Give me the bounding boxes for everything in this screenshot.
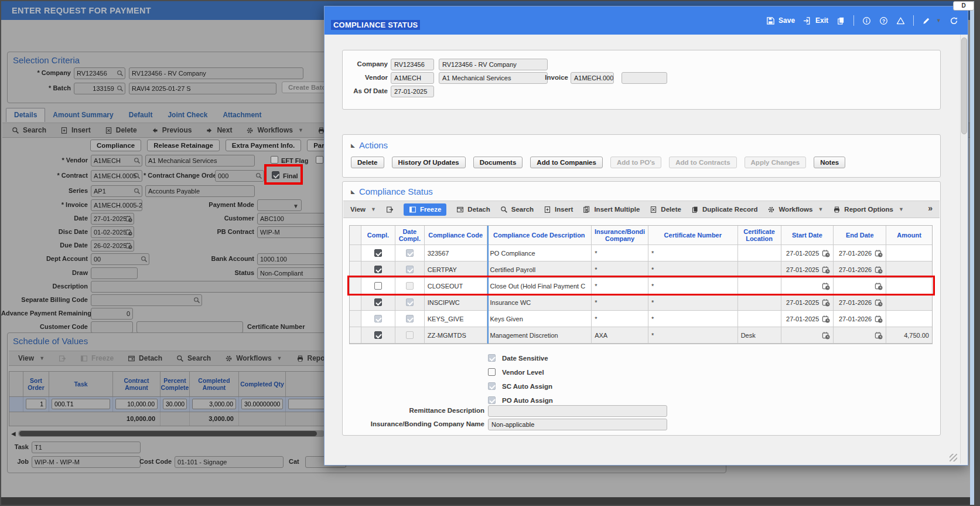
- contract-change-order-input[interactable]: 000: [215, 170, 264, 182]
- grid-header-certificate-location[interactable]: Certificate Location: [738, 226, 781, 244]
- compliance-code-cell[interactable]: CERTPAY: [425, 262, 487, 277]
- toolbar-item-refresh[interactable]: [950, 16, 958, 25]
- toolbar-item-view[interactable]: View▼: [18, 354, 45, 362]
- description-input[interactable]: [91, 281, 325, 293]
- eft-flag-checkbox[interactable]: [271, 156, 278, 164]
- button-add-to-companies[interactable]: Add to Companies: [530, 157, 603, 168]
- company-input[interactable]: RV123456: [74, 67, 125, 79]
- button-history-of-updates[interactable]: History Of Updates: [392, 157, 466, 168]
- toolbar-item-insert-multiple[interactable]: Insert Multiple: [583, 206, 640, 213]
- row-handle[interactable]: [350, 327, 361, 343]
- start-date-cell[interactable]: 27-01-2025: [781, 245, 834, 261]
- certificate-location-cell[interactable]: [738, 245, 781, 261]
- certificate-number-cell[interactable]: *: [648, 294, 738, 310]
- sov-contract-amount-cell[interactable]: 10,000.00: [115, 399, 158, 409]
- grid-row-zz-mgmtds[interactable]: ZZ-MGMTDSManagement DiscretionAXA*Desk4,…: [350, 327, 932, 344]
- grid-header-start-date[interactable]: Start Date: [781, 226, 834, 244]
- amount-cell[interactable]: [886, 294, 932, 310]
- tab-amount-summary[interactable]: Amount Summary: [45, 108, 121, 122]
- dialog-vertical-scrollbar[interactable]: [960, 35, 968, 464]
- grid-header-certificate-number[interactable]: Certificate Number: [648, 226, 738, 244]
- insurance-bonding-company-cell[interactable]: *: [592, 245, 648, 261]
- toolbar-item-search[interactable]: Search: [12, 126, 46, 134]
- disc-date-input[interactable]: 01-02-2025: [91, 226, 134, 238]
- grid-header-compliance-code-description[interactable]: Compliance Code Description: [487, 226, 592, 244]
- toolbar-item-previous[interactable]: Previous: [151, 126, 192, 134]
- compl-checkbox[interactable]: [374, 331, 382, 339]
- amount-cell[interactable]: [886, 311, 932, 327]
- insurance-bonding-company-cell[interactable]: *: [592, 294, 648, 310]
- calendar-icon[interactable]: [125, 215, 132, 222]
- insurance-bonding-company-cell[interactable]: *: [592, 262, 648, 277]
- grid-header-compl[interactable]: Compl.: [361, 226, 395, 244]
- toolbar-item-next[interactable]: Next: [206, 126, 232, 134]
- window-right-scrollbar[interactable]: [970, 1, 974, 505]
- date-compl-checkbox[interactable]: [406, 249, 414, 257]
- batch-input[interactable]: 133159: [74, 83, 125, 94]
- toolbar-item-pages[interactable]: [836, 16, 845, 25]
- toolbar-item-workflows[interactable]: Workflows▼: [767, 206, 823, 213]
- compl-checkbox[interactable]: [374, 298, 382, 306]
- search-icon[interactable]: [134, 188, 141, 195]
- collapse-triangle-icon[interactable]: ◣: [351, 189, 355, 195]
- insurance-bonding-company-cell[interactable]: AXA: [592, 327, 648, 343]
- date-input[interactable]: 27-01-2025: [91, 213, 134, 225]
- certificate-location-cell[interactable]: [738, 294, 781, 310]
- toolbar-item-duplicate-record[interactable]: Duplicate Record: [691, 206, 758, 213]
- button-add-to-po-s[interactable]: Add to PO's: [610, 157, 661, 168]
- series-input[interactable]: AP1: [91, 185, 142, 197]
- actions-section-header[interactable]: ◣ Actions: [351, 140, 388, 150]
- compliance-code-cell[interactable]: ZZ-MGMTDS: [425, 327, 487, 343]
- end-date-cell[interactable]: 27-01-2026: [834, 311, 886, 327]
- sov-header-completed-qty[interactable]: Completed Qty: [239, 372, 286, 396]
- sc-auto-assign-checkbox[interactable]: [488, 382, 496, 390]
- contract-input[interactable]: A1MECH.0005: [91, 170, 142, 182]
- insurance-bonding-company-cell[interactable]: *: [592, 311, 648, 327]
- date-compl-checkbox[interactable]: [406, 331, 414, 339]
- grid-row-inscipwc[interactable]: INSCIPWCInsurance WC**27-01-202527-01-20…: [350, 294, 932, 311]
- row-handle[interactable]: [350, 262, 361, 277]
- compliance-code-description-cell[interactable]: Keys Given: [487, 311, 592, 327]
- toolbar-item-detach[interactable]: Detach: [456, 206, 490, 213]
- compl-checkbox[interactable]: [374, 315, 382, 322]
- compliance-code-description-cell[interactable]: Certified Payroll: [487, 262, 592, 277]
- sov-header-completed-amount[interactable]: Completed Amount: [190, 372, 239, 396]
- sov-sort-order-cell[interactable]: 1: [26, 399, 46, 409]
- row-handle[interactable]: [350, 294, 361, 310]
- search-icon[interactable]: [193, 297, 200, 304]
- toolbar-item-delete[interactable]: Delete: [650, 206, 681, 213]
- tab-details[interactable]: Details: [6, 108, 45, 122]
- toolbar-item-exit[interactable]: Exit: [803, 16, 828, 25]
- separate-billing-code-input[interactable]: [91, 294, 202, 306]
- grid-header-amount[interactable]: Amount: [886, 226, 932, 244]
- search-icon[interactable]: [134, 157, 141, 164]
- toolbar-item-delete[interactable]: Delete: [105, 126, 137, 134]
- button-release-retainage[interactable]: Release Retainage: [147, 140, 220, 151]
- end-date-cell[interactable]: 27-01-2026: [834, 245, 886, 261]
- collapse-triangle-icon[interactable]: ◣: [351, 142, 355, 148]
- button-documents[interactable]: Documents: [473, 157, 523, 168]
- toolbar-overflow-chevrons[interactable]: »: [928, 203, 933, 213]
- certificate-location-cell[interactable]: [738, 311, 781, 327]
- scroll-left-arrow[interactable]: ◀: [11, 430, 16, 437]
- sov-header-task[interactable]: Task: [49, 372, 113, 396]
- sov-completed-amount-cell[interactable]: 3,000.00: [192, 399, 236, 409]
- po-auto-assign-checkbox[interactable]: [488, 396, 496, 404]
- toolbar-item-search[interactable]: Search: [176, 354, 211, 362]
- vendor-level-checkbox[interactable]: [488, 368, 496, 376]
- certificate-number-cell[interactable]: *: [648, 311, 738, 327]
- compliance-code-cell[interactable]: INSCIPWC: [425, 294, 487, 310]
- grid-header-end-date[interactable]: End Date: [834, 226, 886, 244]
- date-compl-checkbox[interactable]: [406, 298, 414, 306]
- amount-cell[interactable]: [886, 262, 932, 277]
- toolbar-item-view[interactable]: View▼: [350, 206, 376, 213]
- button-notes[interactable]: Notes: [814, 157, 845, 168]
- scrollbar-thumb[interactable]: [961, 38, 967, 134]
- compliance-section-header[interactable]: ◣ Compliance Status: [351, 186, 433, 196]
- amount-cell[interactable]: [886, 245, 932, 261]
- search-icon[interactable]: [117, 70, 124, 77]
- grid-row-keys-give[interactable]: KEYS_GIVEKeys Given**27-01-202527-01-202…: [350, 311, 932, 327]
- toolbar-item-search[interactable]: Search: [500, 206, 534, 213]
- customer-code-input[interactable]: [91, 321, 133, 333]
- sov-completed-qty-cell[interactable]: 30.00000000: [241, 399, 283, 409]
